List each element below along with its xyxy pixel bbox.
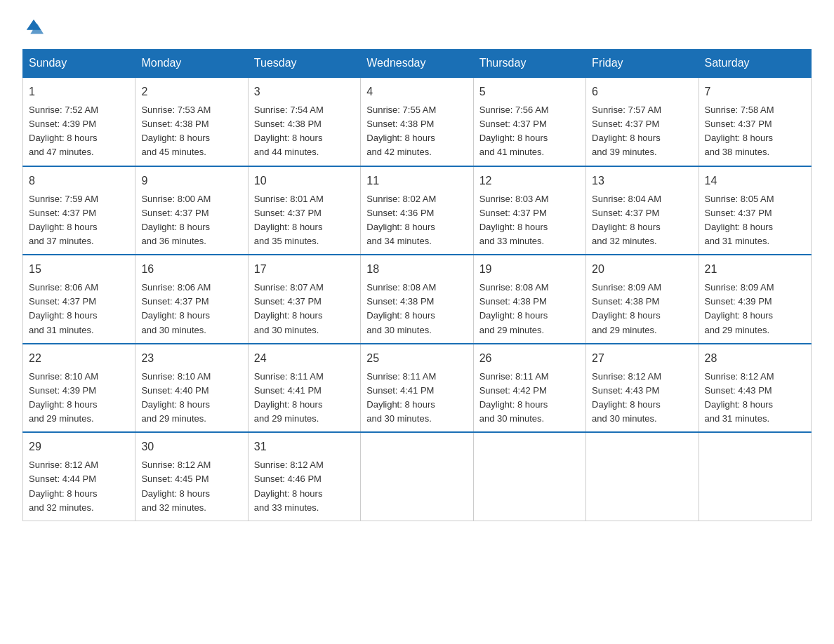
day-info: Sunrise: 8:09 AMSunset: 4:38 PMDaylight:… bbox=[592, 282, 661, 335]
day-number: 12 bbox=[479, 173, 580, 189]
day-info: Sunrise: 8:12 AMSunset: 4:45 PMDaylight:… bbox=[141, 459, 211, 512]
day-info: Sunrise: 8:00 AMSunset: 4:37 PMDaylight:… bbox=[141, 194, 211, 246]
day-info: Sunrise: 7:52 AMSunset: 4:39 PMDaylight:… bbox=[29, 105, 98, 157]
column-header-tuesday: Tuesday bbox=[248, 50, 360, 78]
calendar-cell: 25 Sunrise: 8:11 AMSunset: 4:41 PMDaylig… bbox=[361, 344, 473, 433]
day-number: 7 bbox=[705, 83, 805, 100]
calendar-cell: 27 Sunrise: 8:12 AMSunset: 4:43 PMDaylig… bbox=[586, 344, 699, 433]
calendar-cell: 31 Sunrise: 8:12 AMSunset: 4:46 PMDaylig… bbox=[248, 432, 360, 521]
day-number: 29 bbox=[29, 438, 129, 455]
calendar-cell: 17 Sunrise: 8:07 AMSunset: 4:37 PMDaylig… bbox=[248, 255, 360, 344]
day-number: 1 bbox=[29, 83, 129, 100]
day-number: 3 bbox=[254, 83, 355, 100]
day-info: Sunrise: 8:07 AMSunset: 4:37 PMDaylight:… bbox=[254, 282, 324, 335]
day-info: Sunrise: 7:54 AMSunset: 4:38 PMDaylight:… bbox=[254, 105, 324, 157]
calendar-cell: 1 Sunrise: 7:52 AMSunset: 4:39 PMDayligh… bbox=[23, 77, 135, 166]
day-number: 9 bbox=[141, 173, 241, 189]
day-info: Sunrise: 7:56 AMSunset: 4:37 PMDaylight:… bbox=[479, 105, 549, 157]
day-number: 21 bbox=[705, 261, 805, 278]
day-number: 15 bbox=[29, 261, 129, 278]
calendar-cell: 3 Sunrise: 7:54 AMSunset: 4:38 PMDayligh… bbox=[248, 77, 360, 166]
day-number: 26 bbox=[479, 350, 580, 367]
day-info: Sunrise: 7:59 AMSunset: 4:37 PMDaylight:… bbox=[29, 194, 98, 246]
calendar-cell: 21 Sunrise: 8:09 AMSunset: 4:39 PMDaylig… bbox=[699, 255, 811, 344]
calendar-cell bbox=[473, 432, 585, 521]
column-header-wednesday: Wednesday bbox=[361, 50, 473, 78]
calendar-week-row: 8 Sunrise: 7:59 AMSunset: 4:37 PMDayligh… bbox=[23, 166, 812, 255]
calendar-cell: 15 Sunrise: 8:06 AMSunset: 4:37 PMDaylig… bbox=[23, 255, 135, 344]
day-number: 6 bbox=[592, 83, 692, 100]
day-info: Sunrise: 8:11 AMSunset: 4:42 PMDaylight:… bbox=[479, 371, 549, 424]
day-number: 14 bbox=[705, 173, 805, 189]
calendar-cell: 23 Sunrise: 8:10 AMSunset: 4:40 PMDaylig… bbox=[135, 344, 248, 433]
day-number: 13 bbox=[592, 173, 692, 189]
day-info: Sunrise: 8:10 AMSunset: 4:39 PMDaylight:… bbox=[29, 371, 98, 424]
day-info: Sunrise: 8:12 AMSunset: 4:43 PMDaylight:… bbox=[705, 371, 774, 424]
day-number: 24 bbox=[254, 350, 355, 367]
calendar-cell: 13 Sunrise: 8:04 AMSunset: 4:37 PMDaylig… bbox=[586, 166, 699, 255]
day-info: Sunrise: 8:08 AMSunset: 4:38 PMDaylight:… bbox=[366, 282, 436, 335]
calendar-cell: 18 Sunrise: 8:08 AMSunset: 4:38 PMDaylig… bbox=[361, 255, 473, 344]
calendar-cell: 4 Sunrise: 7:55 AMSunset: 4:38 PMDayligh… bbox=[361, 77, 473, 166]
day-number: 19 bbox=[479, 261, 580, 278]
calendar-cell bbox=[361, 432, 473, 521]
day-number: 25 bbox=[366, 350, 467, 367]
calendar-cell: 7 Sunrise: 7:58 AMSunset: 4:37 PMDayligh… bbox=[699, 77, 811, 166]
column-header-sunday: Sunday bbox=[23, 50, 135, 78]
day-info: Sunrise: 8:12 AMSunset: 4:44 PMDaylight:… bbox=[29, 459, 98, 512]
calendar-cell: 6 Sunrise: 7:57 AMSunset: 4:37 PMDayligh… bbox=[586, 77, 699, 166]
calendar-cell: 11 Sunrise: 8:02 AMSunset: 4:36 PMDaylig… bbox=[361, 166, 473, 255]
calendar-cell: 24 Sunrise: 8:11 AMSunset: 4:41 PMDaylig… bbox=[248, 344, 360, 433]
day-info: Sunrise: 8:11 AMSunset: 4:41 PMDaylight:… bbox=[366, 371, 436, 424]
calendar-cell: 8 Sunrise: 7:59 AMSunset: 4:37 PMDayligh… bbox=[23, 166, 135, 255]
calendar-week-row: 29 Sunrise: 8:12 AMSunset: 4:44 PMDaylig… bbox=[23, 432, 812, 521]
column-header-friday: Friday bbox=[586, 50, 699, 78]
day-number: 30 bbox=[141, 438, 241, 455]
day-number: 23 bbox=[141, 350, 241, 367]
calendar-cell: 12 Sunrise: 8:03 AMSunset: 4:37 PMDaylig… bbox=[473, 166, 585, 255]
calendar-week-row: 1 Sunrise: 7:52 AMSunset: 4:39 PMDayligh… bbox=[23, 77, 812, 166]
day-info: Sunrise: 8:09 AMSunset: 4:39 PMDaylight:… bbox=[705, 282, 774, 335]
calendar-cell: 26 Sunrise: 8:11 AMSunset: 4:42 PMDaylig… bbox=[473, 344, 585, 433]
calendar-cell: 29 Sunrise: 8:12 AMSunset: 4:44 PMDaylig… bbox=[23, 432, 135, 521]
day-info: Sunrise: 8:01 AMSunset: 4:37 PMDaylight:… bbox=[254, 194, 324, 246]
day-number: 5 bbox=[479, 83, 580, 100]
day-info: Sunrise: 8:05 AMSunset: 4:37 PMDaylight:… bbox=[705, 194, 774, 246]
logo bbox=[22, 17, 44, 36]
day-number: 28 bbox=[705, 350, 805, 367]
calendar-header-row: SundayMondayTuesdayWednesdayThursdayFrid… bbox=[23, 50, 812, 78]
logo-icon bbox=[24, 17, 44, 36]
day-info: Sunrise: 7:53 AMSunset: 4:38 PMDaylight:… bbox=[141, 105, 211, 157]
column-header-monday: Monday bbox=[135, 50, 248, 78]
calendar-cell: 10 Sunrise: 8:01 AMSunset: 4:37 PMDaylig… bbox=[248, 166, 360, 255]
day-number: 16 bbox=[141, 261, 241, 278]
page-header bbox=[22, 17, 812, 36]
day-number: 31 bbox=[254, 438, 355, 455]
calendar-week-row: 22 Sunrise: 8:10 AMSunset: 4:39 PMDaylig… bbox=[23, 344, 812, 433]
day-number: 11 bbox=[366, 173, 467, 189]
day-info: Sunrise: 8:03 AMSunset: 4:37 PMDaylight:… bbox=[479, 194, 549, 246]
calendar-cell bbox=[699, 432, 811, 521]
day-number: 22 bbox=[29, 350, 129, 367]
day-info: Sunrise: 8:12 AMSunset: 4:46 PMDaylight:… bbox=[254, 459, 324, 512]
day-number: 8 bbox=[29, 173, 129, 189]
calendar-cell: 30 Sunrise: 8:12 AMSunset: 4:45 PMDaylig… bbox=[135, 432, 248, 521]
day-number: 18 bbox=[366, 261, 467, 278]
day-number: 17 bbox=[254, 261, 355, 278]
day-info: Sunrise: 8:11 AMSunset: 4:41 PMDaylight:… bbox=[254, 371, 324, 424]
day-info: Sunrise: 8:06 AMSunset: 4:37 PMDaylight:… bbox=[29, 282, 98, 335]
day-info: Sunrise: 8:08 AMSunset: 4:38 PMDaylight:… bbox=[479, 282, 549, 335]
day-info: Sunrise: 7:55 AMSunset: 4:38 PMDaylight:… bbox=[366, 105, 436, 157]
calendar-cell: 9 Sunrise: 8:00 AMSunset: 4:37 PMDayligh… bbox=[135, 166, 248, 255]
day-number: 2 bbox=[141, 83, 241, 100]
calendar-cell: 22 Sunrise: 8:10 AMSunset: 4:39 PMDaylig… bbox=[23, 344, 135, 433]
day-info: Sunrise: 8:10 AMSunset: 4:40 PMDaylight:… bbox=[141, 371, 211, 424]
calendar-cell: 19 Sunrise: 8:08 AMSunset: 4:38 PMDaylig… bbox=[473, 255, 585, 344]
calendar-cell: 2 Sunrise: 7:53 AMSunset: 4:38 PMDayligh… bbox=[135, 77, 248, 166]
calendar-cell: 16 Sunrise: 8:06 AMSunset: 4:37 PMDaylig… bbox=[135, 255, 248, 344]
column-header-saturday: Saturday bbox=[699, 50, 811, 78]
day-info: Sunrise: 8:04 AMSunset: 4:37 PMDaylight:… bbox=[592, 194, 661, 246]
day-info: Sunrise: 8:06 AMSunset: 4:37 PMDaylight:… bbox=[141, 282, 211, 335]
calendar-cell: 5 Sunrise: 7:56 AMSunset: 4:37 PMDayligh… bbox=[473, 77, 585, 166]
day-info: Sunrise: 8:02 AMSunset: 4:36 PMDaylight:… bbox=[366, 194, 436, 246]
